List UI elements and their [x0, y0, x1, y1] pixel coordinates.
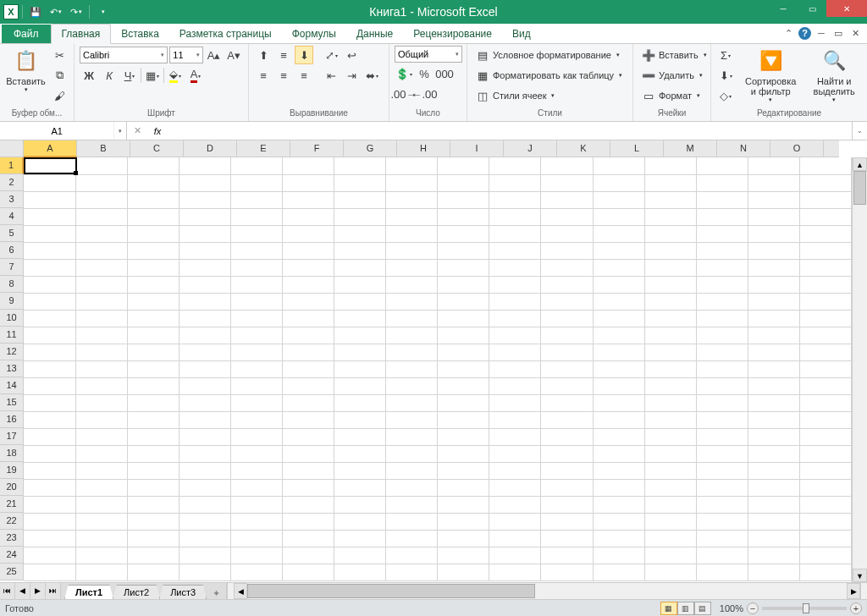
- insert-tab[interactable]: Вставка: [111, 25, 169, 43]
- normal-view-button[interactable]: ▦: [660, 602, 677, 615]
- zoom-in-button[interactable]: +: [850, 602, 862, 614]
- font-name-combo[interactable]: Calibri▾: [80, 47, 168, 63]
- format-as-table-button[interactable]: ▦Форматировать как таблицу▾: [472, 66, 627, 85]
- save-button[interactable]: 💾: [26, 3, 45, 21]
- qat-customize-button[interactable]: ▾: [93, 3, 112, 21]
- row-header-1[interactable]: 1: [0, 157, 24, 174]
- sheet-tab-1[interactable]: Лист1: [64, 585, 113, 599]
- scroll-left-button[interactable]: ◀: [234, 583, 247, 599]
- copy-button[interactable]: ⧉: [50, 66, 69, 85]
- find-select-button[interactable]: 🔍 Найти и выделить▾: [806, 46, 862, 105]
- page-layout-view-button[interactable]: ▥: [677, 602, 694, 615]
- zoom-out-button[interactable]: −: [747, 602, 759, 614]
- maximize-button[interactable]: ▭: [798, 0, 826, 17]
- row-header-15[interactable]: 15: [0, 394, 24, 411]
- row-header-4[interactable]: 4: [0, 208, 24, 225]
- sheet-nav-first[interactable]: ⏮: [0, 583, 15, 599]
- col-header-l[interactable]: L: [610, 140, 664, 157]
- col-header-i[interactable]: I: [450, 140, 504, 157]
- sheet-nav-prev[interactable]: ◀: [15, 583, 30, 599]
- cut-button[interactable]: ✂: [50, 46, 69, 64]
- view-tab[interactable]: Вид: [502, 25, 541, 43]
- zoom-level[interactable]: 100%: [720, 603, 743, 613]
- page-break-view-button[interactable]: ▤: [694, 602, 711, 615]
- zoom-slider[interactable]: [762, 607, 847, 610]
- align-center-button[interactable]: ≡: [274, 66, 293, 85]
- row-header-14[interactable]: 14: [0, 377, 24, 394]
- undo-button[interactable]: ↶▾: [47, 3, 65, 21]
- conditional-formatting-button[interactable]: ▤Условное форматирование▾: [472, 46, 627, 64]
- align-top-button[interactable]: ⬆: [254, 46, 273, 64]
- select-all-corner[interactable]: [0, 140, 24, 157]
- name-box-dropdown[interactable]: ▾: [113, 122, 126, 140]
- row-header-19[interactable]: 19: [0, 462, 24, 479]
- row-header-2[interactable]: 2: [0, 174, 24, 191]
- number-format-combo[interactable]: Общий▾: [395, 46, 462, 63]
- row-header-7[interactable]: 7: [0, 259, 24, 276]
- help-button[interactable]: ?: [798, 27, 811, 40]
- scroll-down-button[interactable]: ▼: [853, 569, 867, 582]
- hsplit-handle[interactable]: [860, 583, 867, 599]
- row-header-18[interactable]: 18: [0, 445, 24, 462]
- col-header-k[interactable]: K: [557, 140, 610, 157]
- window-close-icon[interactable]: ✕: [848, 26, 862, 40]
- row-header-3[interactable]: 3: [0, 191, 24, 208]
- cancel-formula-button[interactable]: ✕: [127, 125, 147, 136]
- redo-button[interactable]: ↷▾: [67, 3, 86, 21]
- vscroll-thumb[interactable]: [853, 171, 866, 205]
- col-header-g[interactable]: G: [344, 140, 397, 157]
- align-bottom-button[interactable]: ⬇: [295, 46, 313, 64]
- file-tab[interactable]: Файл: [2, 25, 51, 43]
- row-header-6[interactable]: 6: [0, 242, 24, 259]
- percent-format-button[interactable]: %: [415, 64, 434, 83]
- increase-indent-button[interactable]: ⇥: [342, 66, 361, 85]
- close-button[interactable]: ✕: [826, 0, 867, 17]
- col-header-b[interactable]: B: [77, 140, 130, 157]
- review-tab[interactable]: Рецензирование: [403, 25, 502, 43]
- col-header-m[interactable]: M: [664, 140, 717, 157]
- clear-button[interactable]: ◇▾: [716, 86, 735, 105]
- border-button[interactable]: ▦▾: [143, 66, 162, 85]
- data-tab[interactable]: Данные: [346, 25, 403, 43]
- orientation-button[interactable]: ⤢▾: [322, 46, 340, 64]
- cell-styles-button[interactable]: ◫Стили ячеек▾: [472, 86, 627, 105]
- underline-button[interactable]: Ч▾: [120, 66, 139, 85]
- formulas-tab[interactable]: Формулы: [282, 25, 346, 43]
- col-header-d[interactable]: D: [184, 140, 237, 157]
- row-header-10[interactable]: 10: [0, 310, 24, 327]
- fill-button[interactable]: ⬇▾: [716, 66, 735, 85]
- col-header-o[interactable]: O: [770, 140, 824, 157]
- accounting-format-button[interactable]: 💲▾: [395, 64, 413, 83]
- row-header-25[interactable]: 25: [0, 564, 24, 580]
- formula-input[interactable]: [168, 126, 852, 136]
- sort-filter-button[interactable]: 🔽 Сортировка и фильтр▾: [738, 46, 803, 105]
- fill-color-button[interactable]: ⬙▾: [166, 66, 185, 85]
- insert-cells-button[interactable]: ➕Вставить▾: [638, 46, 705, 64]
- col-header-f[interactable]: F: [290, 140, 344, 157]
- minimize-button[interactable]: ─: [769, 0, 798, 17]
- decrease-indent-button[interactable]: ⇤: [322, 66, 340, 85]
- wrap-text-button[interactable]: ↩: [342, 46, 361, 64]
- autosum-button[interactable]: Σ▾: [716, 46, 735, 64]
- expand-formula-bar-button[interactable]: ⌄: [852, 122, 867, 140]
- cells-area[interactable]: [24, 157, 852, 582]
- sheet-nav-last[interactable]: ⏭: [46, 583, 61, 599]
- row-header-16[interactable]: 16: [0, 411, 24, 428]
- format-painter-button[interactable]: 🖌: [50, 86, 69, 105]
- row-header-13[interactable]: 13: [0, 360, 24, 377]
- grow-font-button[interactable]: A▴: [205, 46, 224, 64]
- sheet-nav-next[interactable]: ▶: [30, 583, 46, 599]
- sheet-tab-2[interactable]: Лист2: [113, 585, 160, 599]
- font-color-button[interactable]: A▾: [186, 66, 205, 85]
- col-header-c[interactable]: C: [130, 140, 184, 157]
- sheet-tab-3[interactable]: Лист3: [159, 585, 207, 599]
- align-middle-button[interactable]: ≡: [274, 46, 293, 64]
- scroll-up-button[interactable]: ▲: [853, 157, 867, 171]
- comma-format-button[interactable]: 000: [435, 64, 454, 83]
- col-header-j[interactable]: J: [504, 140, 557, 157]
- horizontal-scrollbar[interactable]: ◀ ▶: [226, 583, 867, 599]
- row-header-8[interactable]: 8: [0, 276, 24, 293]
- new-sheet-button[interactable]: ✦: [206, 588, 226, 599]
- shrink-font-button[interactable]: A▾: [224, 46, 243, 64]
- bold-button[interactable]: Ж: [80, 66, 98, 85]
